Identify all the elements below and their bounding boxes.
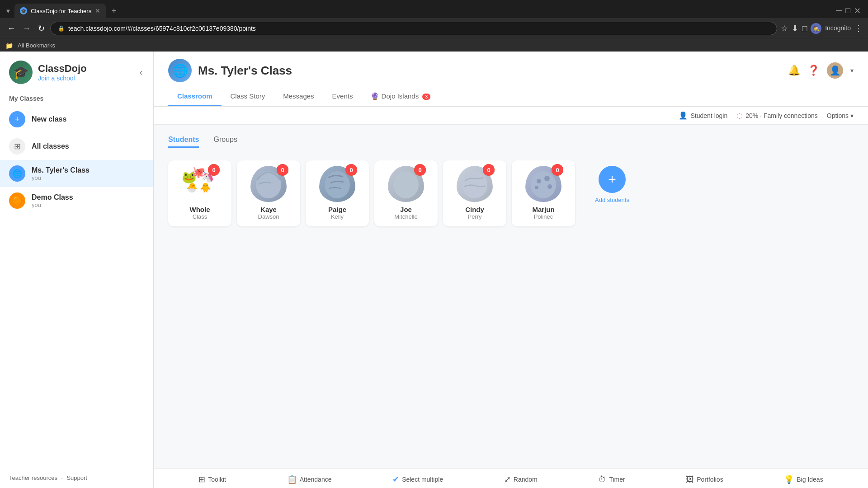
sidebar: 🎓 ClassDojo Join a school ‹ My Classes +… bbox=[0, 52, 154, 488]
brand-name: ClassDojo bbox=[38, 63, 87, 75]
student-login-label: Student login bbox=[690, 112, 727, 119]
tab-close-btn[interactable]: ✕ bbox=[95, 7, 100, 14]
nav-messages[interactable]: Messages bbox=[274, 88, 323, 106]
reload-btn[interactable]: ↻ bbox=[36, 22, 47, 35]
bookmark-btn[interactable]: ☆ bbox=[781, 23, 788, 33]
support-link[interactable]: Support bbox=[66, 474, 87, 483]
new-class-item[interactable]: + New class bbox=[0, 106, 153, 133]
whole-class-avatar-wrap: 🐸 🐙 🦄 🐣 🐥 0 0 bbox=[182, 166, 218, 202]
sidebar-footer: Teacher resources · Support bbox=[0, 467, 153, 488]
ms-tylers-class-sub: you bbox=[32, 174, 90, 181]
cindy-last: Perry bbox=[467, 213, 481, 220]
timer-icon: ⏱ bbox=[598, 475, 606, 484]
tab-favicon: 🎓 bbox=[20, 7, 27, 14]
portfolios-label: Portfolios bbox=[697, 476, 723, 483]
new-tab-btn[interactable]: + bbox=[108, 4, 120, 18]
options-label: Options bbox=[827, 112, 849, 119]
maximize-btn[interactable]: □ bbox=[845, 6, 850, 16]
new-class-label: New class bbox=[32, 115, 66, 123]
svg-point-2 bbox=[393, 171, 419, 198]
paige-first: Paige bbox=[328, 206, 346, 213]
avatar-dropdown-icon[interactable]: ▾ bbox=[850, 67, 854, 74]
main-nav: Classroom Class Story Messages Events 🔮 … bbox=[168, 88, 854, 106]
class-title-area: 🌐 Ms. Tyler's Class bbox=[168, 59, 292, 82]
all-bookmarks-link[interactable]: All Bookmarks bbox=[15, 41, 58, 50]
random-label: Random bbox=[514, 476, 538, 483]
sidebar-item-ms-tylers-class[interactable]: 🌐 Ms. Tyler's Class you bbox=[0, 160, 153, 187]
download-btn[interactable]: ⬇ bbox=[792, 23, 798, 33]
monster-5-icon: 🐥 bbox=[200, 182, 211, 193]
timer-btn[interactable]: ⏱ Timer bbox=[598, 475, 625, 484]
profile-btn[interactable]: 🕵 Incognito bbox=[811, 23, 851, 34]
toolbar: 👤 Student login ◌ 20% · Family connectio… bbox=[154, 107, 868, 125]
nav-dojo-islands[interactable]: 🔮 Dojo Islands 3 bbox=[362, 88, 439, 106]
options-btn[interactable]: Options ▾ bbox=[827, 112, 854, 119]
back-btn[interactable]: ← bbox=[5, 22, 17, 35]
close-btn[interactable]: ✕ bbox=[854, 6, 861, 16]
class-globe-icon: 🌐 bbox=[168, 59, 192, 82]
joe-last: Mitchelle bbox=[394, 213, 417, 220]
cindy-avatar-wrap: 0 0 bbox=[457, 166, 493, 202]
add-students-icon: + bbox=[599, 166, 626, 193]
teacher-resources-link[interactable]: Teacher resources bbox=[9, 474, 57, 483]
join-school-link[interactable]: Join a school bbox=[38, 75, 87, 82]
student-login-icon: 👤 bbox=[679, 111, 688, 120]
minimize-btn[interactable]: ─ bbox=[836, 6, 842, 16]
menu-btn[interactable]: ⋮ bbox=[854, 23, 863, 33]
demo-class-name: Demo Class bbox=[32, 193, 73, 202]
toolkit-icon: ⊞ bbox=[198, 474, 205, 484]
attendance-label: Attendance bbox=[300, 476, 332, 483]
user-avatar[interactable]: 👤 bbox=[827, 62, 843, 79]
marjun-avatar-wrap: 0 0 bbox=[525, 166, 561, 202]
big-ideas-btn[interactable]: 💡 Big Ideas bbox=[784, 474, 823, 484]
marjun-last: Polinec bbox=[534, 213, 553, 220]
main-header: 🌐 Ms. Tyler's Class 🔔 ❓ 👤 ▾ Classroom Cl… bbox=[154, 52, 868, 107]
add-students-card[interactable]: + Add students bbox=[580, 160, 644, 226]
student-card-paige[interactable]: 0 0 Paige Kelly bbox=[306, 160, 369, 226]
student-card-marjun[interactable]: 0 0 Marjun Polinec bbox=[512, 160, 575, 226]
paige-red-badge: 0 bbox=[345, 164, 357, 176]
sidebar-collapse-btn[interactable]: ‹ bbox=[138, 66, 144, 79]
student-card-joe[interactable]: 0 0 Joe Mitchelle bbox=[374, 160, 438, 226]
forward-btn[interactable]: → bbox=[21, 22, 33, 35]
all-classes-item[interactable]: ⊞ All classes bbox=[0, 133, 153, 160]
nav-classroom[interactable]: Classroom bbox=[168, 88, 222, 106]
notification-bell-icon[interactable]: 🔔 bbox=[788, 65, 800, 76]
extensions-btn[interactable]: □ bbox=[802, 24, 807, 33]
ms-tylers-class-icon: 🌐 bbox=[9, 165, 25, 182]
help-icon[interactable]: ❓ bbox=[807, 65, 820, 76]
demo-class-icon: 🟠 bbox=[9, 192, 25, 209]
student-card-whole-class[interactable]: 🐸 🐙 🦄 🐣 🐥 0 0 Whole Class bbox=[168, 160, 231, 226]
timer-label: Timer bbox=[609, 476, 625, 483]
select-multiple-btn[interactable]: ✔ Select multiple bbox=[392, 474, 443, 484]
all-classes-icon: ⊞ bbox=[9, 138, 25, 155]
url-bar[interactable]: 🔒 teach.classdojo.com/#/classes/65974c81… bbox=[50, 22, 777, 35]
toolkit-label: Toolkit bbox=[208, 476, 226, 483]
nav-class-story[interactable]: Class Story bbox=[222, 88, 274, 106]
random-btn[interactable]: ⤢ Random bbox=[504, 474, 538, 484]
attendance-btn[interactable]: 📋 Attendance bbox=[287, 474, 332, 484]
portfolios-btn[interactable]: 🖼 Portfolios bbox=[686, 475, 723, 484]
tab-groups[interactable]: Groups bbox=[213, 136, 237, 148]
marjun-red-badge: 0 bbox=[552, 164, 563, 176]
sidebar-item-demo-class[interactable]: 🟠 Demo Class you bbox=[0, 187, 153, 214]
portfolios-icon: 🖼 bbox=[686, 475, 694, 484]
family-connections-btn[interactable]: ◌ 20% · Family connections bbox=[736, 111, 818, 120]
student-card-kaye[interactable]: 0 0 Kaye Dawson bbox=[237, 160, 300, 226]
sidebar-brand: ClassDojo Join a school bbox=[38, 63, 87, 82]
select-multiple-icon: ✔ bbox=[392, 474, 399, 484]
students-area: Students Groups 🐸 🐙 🦄 🐣 🐥 bbox=[154, 125, 868, 469]
kaye-first: Kaye bbox=[260, 206, 277, 213]
tab-students[interactable]: Students bbox=[168, 136, 199, 148]
sidebar-logo: 🎓 ClassDojo Join a school bbox=[9, 61, 87, 84]
active-tab[interactable]: 🎓 ClassDojo for Teachers ✕ bbox=[14, 4, 106, 18]
dojo-island-icon: 🔮 bbox=[371, 92, 379, 100]
tab-history-btn[interactable]: ▼ bbox=[4, 6, 13, 15]
nav-events[interactable]: Events bbox=[323, 88, 362, 106]
student-login-btn[interactable]: 👤 Student login bbox=[679, 111, 727, 120]
tab-title: ClassDojo for Teachers bbox=[31, 8, 91, 14]
toolkit-btn[interactable]: ⊞ Toolkit bbox=[198, 474, 226, 484]
url-text: teach.classdojo.com/#/classes/65974c810c… bbox=[68, 25, 256, 32]
student-card-cindy[interactable]: 0 0 Cindy Perry bbox=[443, 160, 506, 226]
incognito-label: Incognito bbox=[825, 24, 851, 32]
